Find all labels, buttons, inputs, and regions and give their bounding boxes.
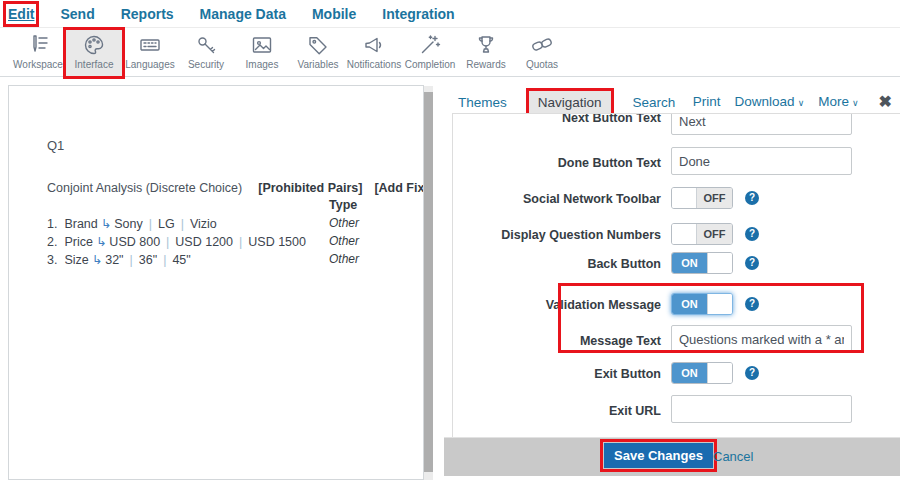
attribute-name: Brand (64, 217, 97, 231)
download-link[interactable]: Download∨ (735, 94, 805, 109)
back-button-label: Back Button (453, 256, 661, 272)
level-separator: | (160, 235, 175, 249)
images-icon (250, 33, 274, 57)
help-icon[interactable]: ? (745, 297, 759, 311)
toggle-knob (707, 294, 732, 314)
toggle-on-label: ON (672, 363, 707, 383)
languages-icon (138, 33, 162, 57)
level-separator: | (175, 217, 190, 231)
toolbar-item-label: Notifications (347, 59, 401, 70)
toolbar-item-workspace[interactable]: Workspace (10, 30, 66, 76)
attribute-name: Size (64, 253, 88, 267)
toggle-on-label: ON (672, 294, 707, 314)
cancel-link[interactable]: Cancel (713, 449, 753, 464)
save-changes-button[interactable]: Save Changes (604, 443, 713, 468)
scrollbar-thumb[interactable] (424, 92, 433, 472)
toggle-knob (707, 363, 732, 383)
tab-search[interactable]: Search (633, 95, 676, 110)
toggle-off-label: OFF (697, 224, 732, 244)
question-type-title: Conjoint Analysis (Discrete Choice) (47, 181, 242, 195)
chevron-down-icon: ∨ (852, 98, 859, 108)
message-text-input[interactable] (671, 325, 852, 353)
social-network-toolbar-toggle[interactable]: OFF (671, 187, 733, 209)
toolbar-item-images[interactable]: Images (234, 30, 290, 76)
toolbar-item-notifications[interactable]: Notifications (346, 30, 402, 76)
exit-button-toggle[interactable]: ON (671, 362, 733, 384)
nav-item-integration[interactable]: Integration (382, 6, 454, 22)
nav-item-reports[interactable]: Reports (121, 6, 174, 22)
tab-themes[interactable]: Themes (458, 95, 507, 110)
conjoint-attribute-row[interactable]: 3. Size↳32"|36"|45"Other (47, 252, 424, 270)
validation-message-toggle[interactable]: ON (671, 293, 733, 315)
toolbar-item-quotas[interactable]: Quotas (514, 30, 570, 76)
help-icon[interactable]: ? (745, 191, 759, 205)
quotas-icon (530, 33, 554, 57)
attribute-level: USD 800 (109, 235, 160, 249)
attribute-level: 45" (172, 253, 190, 267)
help-icon[interactable]: ? (745, 366, 759, 380)
notifications-icon (362, 33, 386, 57)
prohibited-pairs-link[interactable]: [Prohibited Pairs] (258, 181, 362, 195)
level-arrow-icon: ↳ (89, 253, 105, 267)
close-icon[interactable]: ✖ (879, 92, 892, 111)
row-number: 1. (47, 217, 57, 231)
more-link[interactable]: More∨ (818, 94, 858, 109)
toolbar-item-rewards[interactable]: Rewards (458, 30, 514, 76)
toggle-knob (672, 188, 697, 208)
panel-actions: Print Download∨ More∨ ✖ (693, 92, 892, 111)
toolbar-item-security[interactable]: Security (178, 30, 234, 76)
level-separator: | (143, 217, 158, 231)
attribute-level: USD 1200 (175, 235, 233, 249)
toggle-knob (672, 224, 697, 244)
nav-item-edit[interactable]: Edit (8, 6, 34, 22)
toolbar-item-languages[interactable]: Languages (122, 30, 178, 76)
toolbar-item-completion[interactable]: Completion (402, 30, 458, 76)
help-icon[interactable]: ? (745, 256, 759, 270)
type-column-header: Type (329, 198, 357, 212)
nav-item-send[interactable]: Send (60, 6, 94, 22)
validation-message-label: Validation Message (453, 297, 661, 313)
question-title-row: Conjoint Analysis (Discrete Choice)[Proh… (47, 181, 424, 195)
conjoint-attribute-row[interactable]: 1. Brand↳Sony|LG|VizioOther (47, 216, 424, 234)
exit-url-input[interactable] (671, 395, 852, 423)
attribute-name: Price (64, 235, 92, 249)
toggle-on-label: ON (672, 253, 707, 273)
nav-item-mobile[interactable]: Mobile (312, 6, 356, 22)
attribute-level: LG (158, 217, 175, 231)
edit-toolbar: WorkspaceInterfaceLanguagesSecurityImage… (0, 29, 900, 77)
next-button-text-label: Next Button Text (453, 113, 661, 126)
toggle-knob (707, 253, 732, 273)
nav-item-manage-data[interactable]: Manage Data (200, 6, 286, 22)
display-question-numbers-toggle[interactable]: OFF (671, 223, 733, 245)
toolbar-item-variables[interactable]: Variables (290, 30, 346, 76)
top-nav: EditSendReportsManage DataMobileIntegrat… (0, 0, 900, 28)
preview-scrollbar[interactable] (424, 86, 433, 480)
attribute-level: Vizio (190, 217, 217, 231)
exit-url-label: Exit URL (453, 403, 661, 419)
conjoint-attribute-row[interactable]: 2. Price↳USD 800|USD 1200|USD 1500Other (47, 234, 424, 252)
chevron-down-icon: ∨ (798, 98, 805, 108)
add-fixed-tasks-link[interactable]: [Add Fixed Tasks (374, 181, 424, 195)
attribute-level: Sony (114, 217, 143, 231)
help-icon[interactable]: ? (745, 227, 759, 241)
toolbar-item-label: Security (188, 59, 224, 70)
toggle-off-label: OFF (697, 188, 732, 208)
toolbar-item-label: Workspace (13, 59, 63, 70)
tab-navigation[interactable]: Navigation (529, 91, 611, 114)
attribute-level: 32" (105, 253, 123, 267)
security-icon (194, 33, 218, 57)
next-button-text-input[interactable] (671, 113, 852, 135)
exit-button-label: Exit Button (453, 366, 661, 382)
workspace-icon (26, 33, 50, 57)
navigation-settings-form: Next Button TextDone Button TextSocial N… (452, 113, 900, 437)
survey-preview-panel: Q1 Conjoint Analysis (Discrete Choice)[P… (8, 85, 424, 480)
back-button-toggle[interactable]: ON (671, 252, 733, 274)
toolbar-item-interface[interactable]: Interface (66, 30, 122, 76)
level-arrow-icon: ↳ (98, 217, 114, 231)
row-type-value: Other (329, 234, 359, 248)
toolbar-item-label: Quotas (526, 59, 558, 70)
completion-icon (418, 33, 442, 57)
print-link[interactable]: Print (693, 94, 721, 109)
done-button-text-input[interactable] (671, 147, 852, 175)
row-type-value: Other (329, 216, 359, 230)
